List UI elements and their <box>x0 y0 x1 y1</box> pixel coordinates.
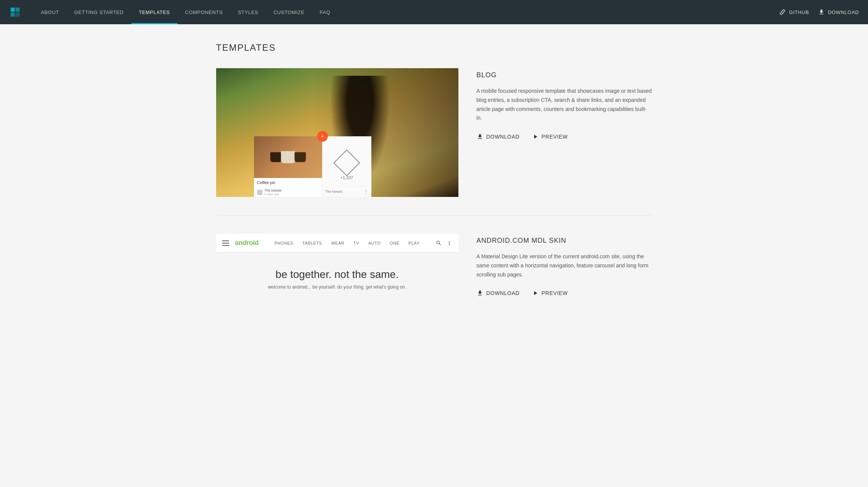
coffee-image <box>254 136 322 178</box>
hamburger-icon[interactable] <box>222 240 229 246</box>
caption-time: 2 days ago <box>265 192 282 196</box>
page-title: TEMPLATES <box>216 42 652 53</box>
plus-badge: + <box>317 131 328 142</box>
android-download-icon <box>477 290 483 297</box>
blog-preview-button[interactable]: Preview <box>532 133 568 140</box>
hamburger-line-3 <box>222 245 229 246</box>
nav-item-about[interactable]: ABOUT <box>33 0 67 24</box>
card-footer-first: The Newist 2 days ago <box>254 187 322 197</box>
android-more-icon[interactable] <box>446 240 452 246</box>
hamburger-line-2 <box>222 243 229 244</box>
blog-preview: Coffee pic The Newist 2 days ago + <box>216 68 458 197</box>
android-download-button[interactable]: Download <box>477 290 520 297</box>
three-dots-icon[interactable]: ⋮ <box>363 189 368 195</box>
android-nav-phones[interactable]: PHONES <box>274 241 293 245</box>
android-hero-sub: welcome to android... be yourself. do yo… <box>225 284 449 290</box>
header: ABOUT GETTING STARTED TEMPLATES COMPONEN… <box>0 0 868 24</box>
blog-preview-label: Preview <box>542 134 568 140</box>
github-button[interactable]: GitHub <box>779 9 809 16</box>
svg-rect-2 <box>11 12 15 17</box>
blog-download-label: Download <box>486 134 520 140</box>
blog-download-icon <box>477 133 483 140</box>
android-nav-tv[interactable]: TV <box>354 241 359 245</box>
blog-info: BLOG A mobile focused responsive templat… <box>477 68 652 140</box>
card-avatar-icon <box>257 190 262 195</box>
blog-card-second: + +1,337 The Newist ⋮ <box>322 136 371 197</box>
blog-actions: Download Preview <box>477 133 652 140</box>
android-search-icon[interactable] <box>436 240 442 246</box>
overlay-cards: Coffee pic The Newist 2 days ago + <box>254 136 371 197</box>
nav-item-styles[interactable]: STYLES <box>231 0 266 24</box>
android-hero-title: be together. not the same. <box>225 268 449 281</box>
card-footer-row: The Newist ⋮ <box>323 186 371 197</box>
nav-item-customize[interactable]: CUSTOMIZE <box>266 0 312 24</box>
github-label: GitHub <box>789 9 809 15</box>
android-download-label: Download <box>486 290 520 296</box>
hamburger-line-1 <box>222 240 229 241</box>
caption-text: The Newist <box>265 189 282 192</box>
blog-name: BLOG <box>477 71 652 79</box>
coffee-label: Coffee pic <box>254 178 322 187</box>
android-nav-auto[interactable]: AUTO <box>368 241 381 245</box>
android-nav: PHONES TABLETS WEAR TV AUTO ONE PLAY <box>265 241 430 245</box>
nav-item-templates[interactable]: TEMPLATES <box>131 0 178 24</box>
cups-display <box>254 136 322 178</box>
svg-rect-3 <box>16 12 20 17</box>
diamond-icon <box>333 150 360 176</box>
android-nav-tablets[interactable]: TABLETS <box>302 241 322 245</box>
android-actions: Download Preview <box>477 290 652 297</box>
logo[interactable] <box>9 6 21 18</box>
blog-card-first: Coffee pic The Newist 2 days ago <box>254 136 322 197</box>
template-card-blog: Coffee pic The Newist 2 days ago + <box>216 68 652 197</box>
android-preview-bg: android PHONES TABLETS WEAR TV AUTO ONE … <box>216 234 458 362</box>
cup-dark1 <box>270 152 282 162</box>
cup-dark2 <box>295 152 306 162</box>
logo-icon <box>9 6 21 18</box>
android-preview-icon <box>532 290 539 297</box>
card-caption: The Newist 2 days ago <box>265 189 282 196</box>
nav-item-components[interactable]: COMPONENTS <box>178 0 231 24</box>
android-nav-wear[interactable]: WEAR <box>331 241 344 245</box>
android-description: A Material Design Lite version of the cu… <box>477 252 652 279</box>
android-name: ANDROID.COM MDL SKIN <box>477 237 652 245</box>
divider-1 <box>216 215 652 215</box>
android-nav-bar: android PHONES TABLETS WEAR TV AUTO ONE … <box>216 234 458 253</box>
android-preview-label: Preview <box>542 290 568 296</box>
footer-caption: The Newist <box>326 190 343 194</box>
cup-white <box>281 151 295 163</box>
android-info: ANDROID.COM MDL SKIN A Material Design L… <box>477 234 652 297</box>
android-nav-one[interactable]: ONE <box>390 241 400 245</box>
main-content: TEMPLATES <box>207 24 661 399</box>
github-icon <box>779 9 786 16</box>
blog-download-button[interactable]: Download <box>477 133 520 140</box>
header-actions: GitHub Download <box>779 9 859 16</box>
svg-rect-0 <box>11 8 15 12</box>
download-header-icon <box>818 9 825 16</box>
download-header-button[interactable]: Download <box>818 9 859 16</box>
download-header-label: Download <box>828 9 859 15</box>
template-card-android: android PHONES TABLETS WEAR TV AUTO ONE … <box>216 234 652 362</box>
android-header-icons <box>436 240 452 246</box>
android-logo: android <box>235 239 259 247</box>
blog-preview-icon <box>532 133 539 140</box>
android-nav-play[interactable]: PLAY <box>408 241 420 245</box>
blog-preview-bg: Coffee pic The Newist 2 days ago + <box>216 68 458 197</box>
main-nav: ABOUT GETTING STARTED TEMPLATES COMPONEN… <box>33 0 779 24</box>
android-hero: be together. not the same. welcome to an… <box>216 253 458 305</box>
nav-item-faq[interactable]: FAQ <box>312 0 338 24</box>
blog-description: A mobile focused responsive template tha… <box>477 87 652 123</box>
android-preview-button[interactable]: Preview <box>532 290 568 297</box>
android-preview: android PHONES TABLETS WEAR TV AUTO ONE … <box>216 234 458 362</box>
svg-rect-1 <box>16 8 20 12</box>
nav-item-getting-started[interactable]: GETTING STARTED <box>67 0 131 24</box>
